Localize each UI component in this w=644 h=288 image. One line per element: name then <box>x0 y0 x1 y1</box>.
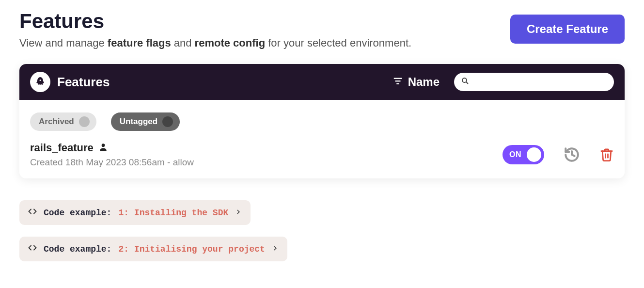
toggle-knob <box>527 147 541 162</box>
feature-meta: Created 18th May 2023 08:56am - allow <box>30 157 503 168</box>
feature-row[interactable]: rails_feature Created 18th May 2023 08:5… <box>30 142 614 168</box>
svg-rect-1 <box>395 80 400 81</box>
chevron-right-icon <box>272 244 279 254</box>
code-icon <box>28 207 37 218</box>
sort-control[interactable]: Name <box>393 75 440 89</box>
chip-label: Untagged <box>120 117 157 127</box>
svg-rect-2 <box>396 83 399 84</box>
archived-filter-chip[interactable]: Archived <box>30 112 96 131</box>
svg-point-3 <box>462 78 467 82</box>
subtitle-text: View and manage <box>19 37 108 49</box>
subtitle-text: for your selected environment. <box>265 37 411 49</box>
code-example-step: 1: Installing the SDK <box>118 208 228 218</box>
search-wrapper[interactable] <box>454 73 614 91</box>
panel-header: Features Name <box>19 64 625 100</box>
chip-toggle-dot <box>162 116 173 127</box>
svg-rect-0 <box>393 78 402 79</box>
svg-line-4 <box>466 82 468 84</box>
code-example-item[interactable]: Code example: 2: Initialising your proje… <box>19 237 287 261</box>
chevron-right-icon <box>235 208 242 218</box>
code-example-item[interactable]: Code example: 1: Installing the SDK <box>19 200 251 225</box>
code-example-prefix: Code example: <box>44 244 111 254</box>
features-panel: Features Name Archived Untagged <box>19 64 625 178</box>
rocket-icon <box>30 72 50 92</box>
subtitle-text: and <box>171 37 195 49</box>
chip-toggle-dot <box>79 116 90 127</box>
filter-icon <box>393 76 403 88</box>
svg-point-5 <box>102 144 105 147</box>
chip-label: Archived <box>39 117 74 127</box>
page-subtitle: View and manage feature flags and remote… <box>19 37 510 49</box>
search-icon <box>461 77 470 87</box>
feature-toggle[interactable]: ON <box>503 145 544 164</box>
toggle-label: ON <box>509 150 521 159</box>
history-button[interactable] <box>564 146 580 163</box>
code-example-prefix: Code example: <box>44 208 111 218</box>
search-input[interactable] <box>473 78 607 86</box>
page-title: Features <box>19 10 510 33</box>
create-feature-button[interactable]: Create Feature <box>510 15 625 44</box>
subtitle-bold-2: remote config <box>195 37 265 49</box>
delete-button[interactable] <box>599 147 614 162</box>
feature-name: rails_feature <box>30 142 94 154</box>
subtitle-bold-1: feature flags <box>108 37 171 49</box>
code-example-step: 2: Initialising your project <box>118 244 265 254</box>
sort-label: Name <box>408 75 440 89</box>
panel-title: Features <box>57 75 110 90</box>
code-icon <box>28 243 37 255</box>
untagged-filter-chip[interactable]: Untagged <box>111 112 180 131</box>
panel-body: Archived Untagged rails_feature Created … <box>19 100 625 178</box>
person-icon <box>98 142 108 154</box>
